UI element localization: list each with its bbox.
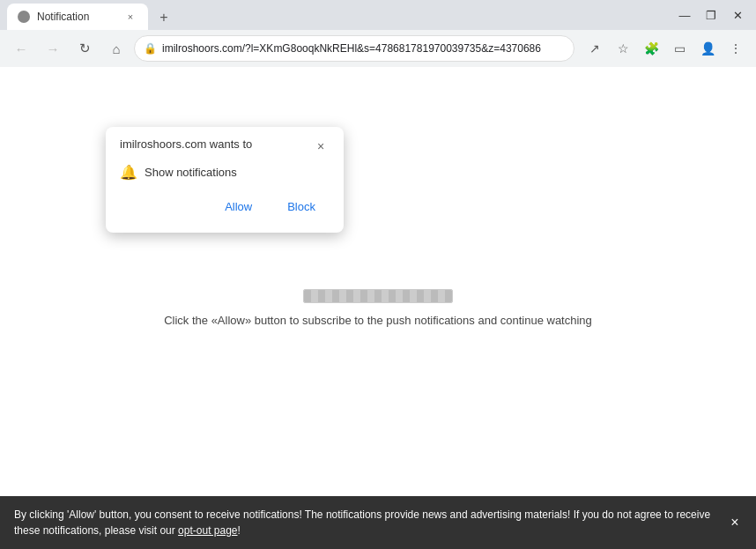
banner-text-after-link: ! [238, 524, 241, 537]
block-button[interactable]: Block [273, 195, 330, 219]
forward-button[interactable]: → [39, 34, 67, 63]
banner-close-button[interactable]: × [724, 512, 745, 533]
opt-out-link[interactable]: opt-out page [178, 524, 237, 537]
tab-bar: Notification × + [7, 0, 666, 30]
popup-buttons: Allow Block [120, 195, 330, 219]
address-bar[interactable]: 🔒 imilroshoors.com/?l=XKmG8ooqkNkREHl&s=… [134, 35, 574, 62]
instruction-text: Click the «Allow» button to subscribe to… [164, 314, 592, 327]
notification-popup: imilroshoors.com wants to × 🔔 Show notif… [106, 127, 344, 233]
share-icon: ↗ [589, 41, 600, 56]
bell-icon: 🔔 [120, 164, 137, 181]
url-text: imilroshoors.com/?l=XKmG8ooqkNkREHl&s=47… [162, 42, 565, 55]
extension-button[interactable]: 🧩 [638, 35, 664, 62]
popup-title: imilroshoors.com wants to [120, 137, 252, 151]
restore-button[interactable]: ❐ [700, 4, 723, 26]
bottom-banner: By clicking 'Allow' button, you consent … [0, 496, 756, 549]
new-tab-button[interactable]: + [152, 5, 176, 30]
reload-button[interactable]: ↻ [70, 34, 99, 63]
profile-icon: 👤 [700, 41, 715, 56]
back-button[interactable]: ← [7, 34, 35, 63]
menu-icon: ⋮ [730, 41, 742, 56]
lock-icon: 🔒 [144, 42, 157, 55]
nav-actions: ↗ ☆ 🧩 ▭ 👤 ⋮ [582, 35, 749, 62]
bookmark-button[interactable]: ☆ [610, 35, 636, 62]
profile-button[interactable]: 👤 [694, 35, 721, 62]
browser-window: Notification × + — ❐ ✕ ← → ↻ ⌂ 🔒 imilros… [0, 0, 756, 549]
popup-header: imilroshoors.com wants to × [120, 137, 330, 155]
popup-notification-row: 🔔 Show notifications [120, 164, 330, 181]
tab-label: Notification [37, 11, 116, 23]
tab-close-btn[interactable]: × [123, 10, 137, 24]
banner-text-before-link: By clicking 'Allow' button, you consent … [14, 508, 710, 537]
window-controls: — ❐ ✕ [673, 4, 749, 26]
progress-area: Click the «Allow» button to subscribe to… [164, 289, 592, 327]
popup-notification-text: Show notifications [145, 166, 237, 179]
popup-close-button[interactable]: × [312, 137, 330, 155]
close-window-button[interactable]: ✕ [726, 4, 749, 26]
page-content: imilroshoors.com wants to × 🔔 Show notif… [0, 67, 756, 549]
minimize-button[interactable]: — [673, 4, 696, 26]
active-tab[interactable]: Notification × [7, 4, 148, 30]
cast-icon: ▭ [674, 41, 686, 56]
menu-button[interactable]: ⋮ [723, 35, 749, 62]
extension-icon: 🧩 [644, 41, 659, 56]
bookmark-icon: ☆ [618, 41, 629, 56]
title-bar: Notification × + — ❐ ✕ [0, 0, 756, 30]
svg-point-0 [20, 13, 27, 20]
cast-button[interactable]: ▭ [666, 35, 693, 62]
nav-bar: ← → ↻ ⌂ 🔒 imilroshoors.com/?l=XKmG8ooqkN… [0, 30, 756, 67]
tab-favicon [18, 11, 30, 23]
progress-bar-fill [304, 290, 452, 302]
home-button[interactable]: ⌂ [102, 34, 130, 63]
allow-button[interactable]: Allow [211, 195, 266, 219]
progress-bar-container [303, 289, 453, 303]
share-button[interactable]: ↗ [582, 35, 608, 62]
